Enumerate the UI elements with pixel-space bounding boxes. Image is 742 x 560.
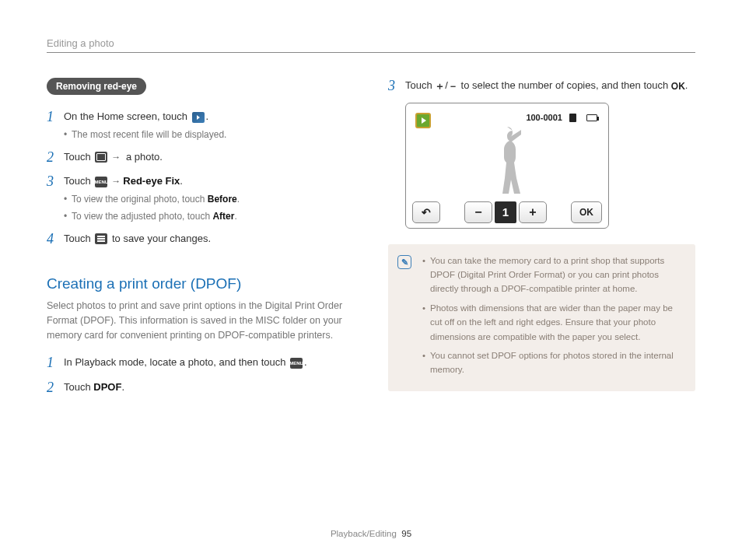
step-tail: . (180, 175, 183, 187)
note-list: You can take the memory card to a print … (422, 254, 684, 377)
step-text: In Playback mode, locate a photo, and th… (64, 356, 289, 368)
ok-button[interactable]: OK (571, 201, 602, 223)
step-body: Touch to save your changes. (64, 231, 354, 247)
page-header: Editing a photo (47, 37, 695, 53)
sub-pre: To view the adjusted photo, touch (72, 211, 212, 222)
step-text: Touch (64, 381, 93, 393)
plus-button[interactable]: + (519, 201, 547, 223)
step-body: Touch DPOF. (64, 380, 354, 395)
note-box: ✎ You can take the memory card to a prin… (388, 244, 695, 391)
ok-icon: OK (671, 81, 685, 92)
step-tail: . (121, 381, 124, 393)
step-tail: . (685, 79, 688, 91)
step-text: Touch (64, 151, 93, 163)
camera-screen-illustration: 100-0001 ↶ − 1 + OK (405, 103, 609, 229)
back-button[interactable]: ↶ (412, 201, 440, 223)
step-row: 2 Touch → a photo. (47, 149, 354, 166)
step-row: 1 In Playback mode, locate a photo, and … (47, 355, 354, 372)
step-row: 4 Touch to save your changes. (47, 231, 354, 248)
counter-value: 100-0001 (526, 113, 562, 122)
file-counter: 100-0001 (526, 113, 597, 123)
sub-bold: Before (208, 194, 237, 205)
step-number: 3 (47, 173, 64, 191)
note-item: You cannot set DPOF options for photos s… (422, 348, 684, 377)
step-text: a photo. (123, 151, 163, 163)
plus-icon: ＋ (435, 80, 445, 92)
step-number: 2 (47, 380, 64, 397)
step-text: to save your changes. (109, 233, 211, 244)
left-column: Removing red-eye 1 On the Home screen, t… (47, 78, 354, 404)
step-row: 3 Touch MENU→Red-eye Fix. To view the or… (47, 173, 354, 223)
step-sub: To view the adjusted photo, touch After. (64, 209, 354, 223)
note-icon: ✎ (397, 255, 411, 269)
step-body: On the Home screen, touch . The most rec… (64, 109, 354, 142)
footer-page: 95 (401, 529, 411, 538)
page-footer: Playback/Editing 95 (0, 529, 742, 538)
step-tail: . (206, 110, 209, 122)
step-row: 3 Touch ＋/－ to select the number of copi… (388, 78, 695, 95)
arrow-icon: → (111, 150, 121, 164)
step-text: Touch (405, 79, 435, 91)
step-body: In Playback mode, locate a photo, and th… (64, 355, 354, 370)
step-number: 3 (388, 78, 405, 95)
step-text: Touch (64, 233, 93, 244)
step-bold: Red-eye Fix (123, 175, 180, 187)
step-bold: DPOF (93, 381, 121, 393)
minus-icon: － (448, 80, 458, 92)
section-title-dpof: Creating a print order (DPOF) (47, 275, 354, 292)
note-item: You can take the memory card to a print … (422, 254, 684, 296)
sub-post: . (237, 194, 240, 205)
step-number: 2 (47, 149, 64, 166)
step-number: 1 (47, 355, 64, 372)
step-body: Touch ＋/－ to select the number of copies… (405, 78, 695, 93)
playback-icon (192, 112, 205, 123)
step-text: Touch (64, 175, 93, 187)
step-body: Touch → a photo. (64, 149, 354, 165)
sub-pre: To view the original photo, touch (72, 194, 208, 205)
sub-bold: After (212, 211, 234, 222)
step-row: 1 On the Home screen, touch . The most r… (47, 109, 354, 142)
save-icon (95, 233, 107, 244)
section-desc: Select photos to print and save print op… (47, 299, 354, 342)
copies-count: 1 (495, 201, 516, 223)
step-text: On the Home screen, touch (64, 110, 191, 122)
sub-post: . (234, 211, 236, 222)
camera-preview-area: 100-0001 (411, 108, 604, 198)
section-pill-redeye: Removing red-eye (47, 78, 146, 95)
play-icon (415, 113, 431, 128)
step-text: to select the number of copies, and then… (458, 79, 671, 91)
right-column: 3 Touch ＋/－ to select the number of copi… (388, 78, 695, 404)
image-icon (95, 152, 107, 163)
note-item: Photos with dimensions that are wider th… (422, 301, 684, 344)
content-columns: Removing red-eye 1 On the Home screen, t… (47, 78, 695, 404)
menu-icon: MENU (290, 358, 303, 369)
card-icon (569, 114, 576, 122)
step-tail: . (304, 356, 307, 368)
footer-section: Playback/Editing (331, 529, 397, 538)
menu-icon: MENU (95, 177, 107, 187)
step-sub: The most recent file will be displayed. (64, 128, 354, 142)
step-number: 4 (47, 231, 64, 248)
step-number: 1 (47, 109, 64, 126)
count-group: − 1 + (464, 201, 547, 223)
arrow-icon: → (111, 174, 121, 188)
step-sub: To view the original photo, touch Before… (64, 192, 354, 206)
step-row: 2 Touch DPOF. (47, 380, 354, 397)
person-silhouette-icon (484, 121, 530, 198)
battery-icon (586, 114, 597, 121)
minus-button[interactable]: − (464, 201, 492, 223)
camera-button-row: ↶ − 1 + OK (411, 198, 604, 223)
step-body: Touch MENU→Red-eye Fix. To view the orig… (64, 173, 354, 223)
